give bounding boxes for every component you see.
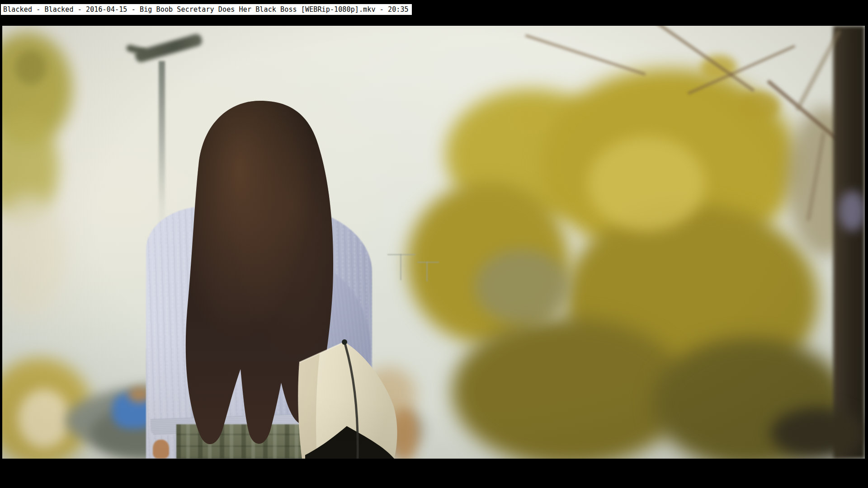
window-title-bar: Blacked - Blacked - 2016-04-15 - Big Boo… [0,0,868,26]
vignette-overlay [2,26,865,459]
video-player-window: Blacked - Blacked - 2016-04-15 - Big Boo… [0,0,868,488]
video-frame[interactable] [2,26,865,459]
window-title: Blacked - Blacked - 2016-04-15 - Big Boo… [1,4,412,15]
